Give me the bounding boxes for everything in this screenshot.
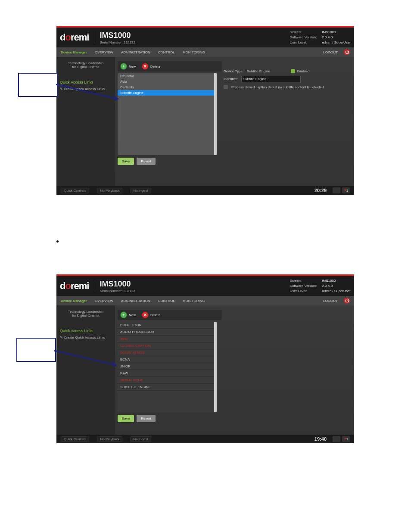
enabled-label: Enabled [297,69,309,73]
power-icon[interactable]: ⏻ [344,298,350,304]
sw-label: Software Version: [290,283,317,289]
no-playback-badge: No Playback [97,436,122,442]
nav-monitoring[interactable]: MONITORING [183,50,205,54]
bullet-1 [56,238,411,244]
dropdown-item[interactable]: CLOSED CAPTION [118,342,217,349]
dropdown-item[interactable]: RAW [118,370,217,377]
dropdown-item[interactable]: PROJECTOR [118,322,217,329]
new-button[interactable]: New [129,313,136,317]
product-name: IMS1000 [100,31,135,40]
nav-administration[interactable]: ADMINISTRATION [121,50,150,54]
save-row: Save Revert [118,158,349,165]
product-block: IMS1000 Serial Number: 332132 [100,280,135,293]
plus-icon[interactable]: + [120,311,127,318]
list-item-selected[interactable]: Subtitle Engine [118,90,217,96]
flag-icon[interactable]: ⚑ 1 [342,187,350,193]
new-button[interactable]: New [129,65,136,68]
status-bar: Quick Controls No Playback No Ingest 20:… [56,186,354,195]
nav-overview[interactable]: OVERVIEW [95,50,113,54]
sw-value: 2.0.4-0 [322,35,351,40]
no-ingest-badge: No Ingest [130,436,151,442]
level-value: admin / SuperUser [322,289,351,294]
sw-value: 2.0.4-0 [322,283,351,289]
nav-device-manager[interactable]: Device Manager [61,299,87,303]
nav-device-manager[interactable]: Device Manager [61,50,87,54]
screen-label: Screen: [290,30,317,35]
power-icon[interactable]: ⏻ [344,49,350,55]
app-header: doremi IMS1000 Serial Number: 332132 Scr… [56,28,354,47]
device-list[interactable]: Projector Avio Certainty Subtitle Engine [118,73,217,155]
product-block: IMS1000 Serial Number: 332132 [100,31,135,44]
device-type-dropdown[interactable]: PROJECTORAUDIO PROCESSORAVIOCLOSED CAPTI… [118,322,217,412]
dropdown-item[interactable]: SERIAL ECNA [118,377,217,384]
dropdown-item[interactable]: JNIOR [118,363,217,370]
nav-overview[interactable]: OVERVIEW [95,299,113,303]
clock: 20:29 [314,188,327,193]
user-icon[interactable] [333,187,340,193]
list-item[interactable]: Projector [118,73,217,79]
save-button[interactable]: Save [118,158,134,165]
quick-controls-button[interactable]: Quick Controls [61,188,89,193]
nav-administration[interactable]: ADMINISTRATION [121,299,150,303]
serial-number: Serial Number: 332132 [100,40,135,44]
dropdown-item[interactable]: SUBTITLE ENGINE [118,384,217,391]
sw-label: Software Version: [290,35,317,40]
level-label: User Level: [290,289,317,294]
delete-button[interactable]: Delete [150,65,160,68]
delete-button[interactable]: Delete [150,313,160,317]
screen-label: Screen: [290,278,317,283]
no-ingest-badge: No Ingest [130,188,151,193]
toolbar: + New ✕ Delete [118,310,222,320]
revert-button[interactable]: Revert [137,158,156,165]
cc-label: Process closed caption data if no subtit… [231,85,324,89]
header-info: Screen:IMS1000 Software Version:2.0.4-0 … [290,278,351,294]
create-quick-access-link[interactable]: ✎ Create Quick Access Links [60,336,112,339]
sidebar: Technology Leadership for Digital Cinema… [56,57,115,186]
app-header: doremi IMS1000 Serial Number: 332132 Scr… [56,276,354,296]
serial-number: Serial Number: 332132 [100,289,135,293]
main-panel: + New ✕ Delete PROJECTORAUDIO PROCESSORA… [115,305,354,435]
revert-button[interactable]: Revert [137,415,156,422]
tagline-1: Technology Leadership [60,61,112,65]
user-icon[interactable] [333,436,340,442]
flag-icon[interactable]: ⚑ 1 [342,436,350,442]
header-info: Screen:IMS1000 Software Version:2.0.4-0 … [290,30,351,45]
nav-bar: Device Manager OVERVIEW ADMINISTRATION C… [56,47,354,57]
level-value: admin / SuperUser [322,40,351,45]
dropdown-item[interactable]: AUDIO PROCESSOR [118,329,217,336]
figure-1-app: doremi IMS1000 Serial Number: 332132 Scr… [56,26,354,195]
clock: 19:40 [314,436,327,442]
x-icon[interactable]: ✕ [142,63,149,70]
arrow-1 [56,82,125,105]
save-row: Save Revert [118,415,349,422]
list-item[interactable]: Certainty [118,84,217,90]
dropdown-item[interactable]: DOLBY ATMOS [118,349,217,356]
nav-control[interactable]: CONTROL [158,50,175,54]
cc-checkbox[interactable] [224,85,228,89]
nav-monitoring[interactable]: MONITORING [183,299,205,303]
save-button[interactable]: Save [118,415,134,422]
dropdown-item[interactable]: ECNA [118,356,217,363]
x-icon[interactable]: ✕ [142,311,149,318]
identifier-label: Identifier: [224,77,238,81]
no-playback-badge: No Playback [97,188,122,193]
svg-line-0 [56,84,118,99]
logout-link[interactable]: LOGOUT [323,299,338,303]
enabled-checkbox[interactable] [291,69,295,73]
tagline-2: for Digital Cinema [60,65,112,69]
logo: doremi [60,280,89,292]
plus-icon[interactable]: + [120,63,127,70]
list-item[interactable]: Avio [118,79,217,84]
device-type-label: Device Type: [224,69,243,73]
logout-link[interactable]: LOGOUT [323,50,338,54]
quick-controls-button[interactable]: Quick Controls [61,436,89,442]
scrollbar[interactable] [214,73,217,155]
tagline-1: Technology Leadership [60,310,112,314]
scrollbar[interactable] [214,322,217,412]
nav-control[interactable]: CONTROL [158,299,175,303]
quick-access-heading: Quick Access Links [60,329,112,333]
screen-value: IMS1000 [322,30,351,35]
identifier-input[interactable] [241,76,301,82]
dropdown-item[interactable]: AVIO [118,336,217,342]
device-type-value: Subtitle Engine [247,69,270,73]
